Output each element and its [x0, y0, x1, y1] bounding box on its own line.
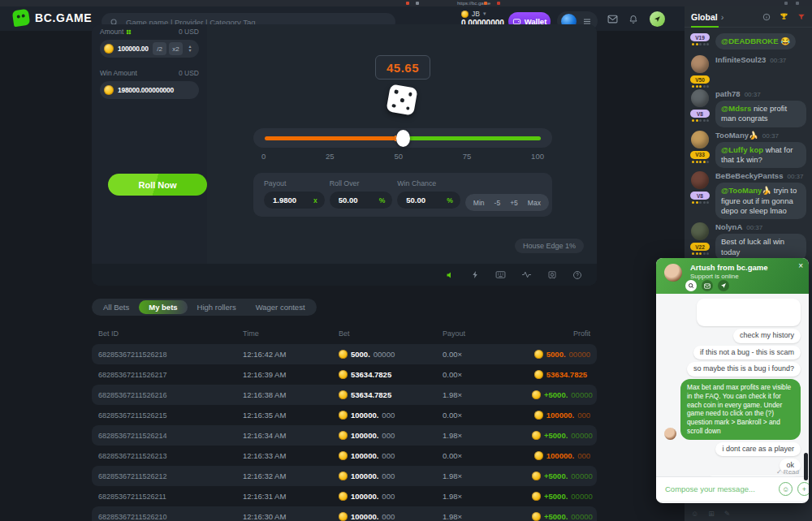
- mention[interactable]: @DEADBROKE: [721, 37, 779, 45]
- min-button[interactable]: Min: [469, 199, 490, 207]
- gif-icon[interactable]: ⊞: [708, 510, 715, 518]
- payout-input[interactable]: [271, 195, 310, 205]
- close-icon[interactable]: ×: [798, 261, 803, 270]
- amount-field[interactable]: /2 x2 ▴▾: [100, 40, 199, 58]
- table-row[interactable]: 68285367211526211 12:16:31 AM 100000.000…: [92, 486, 597, 506]
- bet-time: 12:16:42 AM: [243, 350, 339, 359]
- support-message: Max bet and max profits are visible in t…: [664, 379, 801, 440]
- username[interactable]: InfiniteSoul23: [715, 55, 766, 64]
- scrollbar-thumb[interactable]: [804, 453, 808, 480]
- help-icon[interactable]: [572, 270, 582, 280]
- max-button[interactable]: Max: [523, 199, 546, 207]
- pencil-icon[interactable]: ✎: [724, 510, 731, 518]
- info-icon[interactable]: [762, 13, 771, 21]
- table-row[interactable]: 68285367211526218 12:16:42 AM 5000.00000…: [92, 344, 597, 364]
- table-row[interactable]: 68285367211526215 12:16:35 AM 100000.000…: [92, 405, 597, 425]
- smiley-icon[interactable]: ☺: [779, 482, 793, 496]
- browser-icon[interactable]: [796, 2, 799, 5]
- chat-message: V19 @DEADBROKE 😂: [690, 32, 806, 52]
- win-chance-field[interactable]: %: [397, 192, 460, 209]
- table-row[interactable]: 68285367211526216 12:16:38 AM 53634.7825…: [92, 385, 597, 405]
- extension-icon[interactable]: [406, 2, 409, 5]
- extension-icon[interactable]: [497, 2, 500, 5]
- plus-5-button[interactable]: +5: [505, 199, 523, 207]
- avatar[interactable]: [691, 171, 709, 189]
- bet-id: 68285367211526212: [98, 472, 243, 480]
- extension-icon[interactable]: [416, 2, 419, 5]
- win-amount-input[interactable]: [116, 85, 195, 95]
- chevron-right-icon[interactable]: ›: [721, 12, 724, 22]
- trophy-icon[interactable]: [780, 12, 788, 21]
- tab-wager-contest[interactable]: Wager contest: [246, 300, 315, 314]
- username[interactable]: TooMany🍌: [715, 131, 758, 140]
- bet-payout: 1.98×: [443, 492, 532, 501]
- message-bubble: @DEADBROKE 😂: [715, 33, 796, 50]
- win-amount-field[interactable]: [100, 81, 199, 99]
- roll-over-input[interactable]: [337, 195, 376, 205]
- search-icon[interactable]: [685, 280, 697, 291]
- support-agent-avatar: [664, 264, 682, 282]
- mention[interactable]: @Luffy kop: [721, 145, 763, 154]
- table-row[interactable]: 68285367211526217 12:16:39 AM 53634.7825…: [92, 364, 597, 385]
- roll-now-button[interactable]: Roll Now: [108, 174, 207, 196]
- mail-icon[interactable]: [702, 280, 713, 291]
- browser-strip: https://bc.game: [0, 0, 812, 6]
- lightning-icon[interactable]: [471, 270, 480, 279]
- brand[interactable]: BC.GAME: [13, 10, 92, 26]
- table-row[interactable]: 68285367211526212 12:16:32 AM 100000.000…: [92, 466, 597, 486]
- mention[interactable]: @TooMany🍌: [721, 186, 771, 195]
- table-row[interactable]: 68285367211526210 12:16:30 AM 100000.000…: [92, 506, 597, 521]
- half-bet-button[interactable]: /2: [153, 42, 166, 55]
- tab-my-bets[interactable]: My bets: [139, 300, 187, 314]
- chat-channel[interactable]: Global: [691, 12, 718, 22]
- avatar[interactable]: [691, 222, 709, 240]
- col-bet: Bet: [339, 329, 443, 338]
- slider-track[interactable]: [265, 136, 541, 140]
- user-bubble: so what do we do with it?: [706, 476, 801, 476]
- amount-stepper[interactable]: ▴▾: [185, 45, 195, 53]
- compose-input[interactable]: [663, 484, 774, 494]
- extension-icon[interactable]: [484, 2, 487, 5]
- roll-slider[interactable]: [253, 128, 552, 148]
- plus-icon[interactable]: +: [797, 482, 809, 496]
- double-bet-button[interactable]: x2: [169, 42, 183, 55]
- volume-icon[interactable]: [446, 270, 456, 280]
- keyboard-icon[interactable]: [495, 270, 506, 279]
- bet-time: 12:16:38 AM: [243, 390, 339, 399]
- amount-usd: 0 USD: [179, 28, 199, 36]
- chat-send-icon[interactable]: [650, 11, 665, 27]
- payout-field[interactable]: x: [264, 192, 325, 209]
- table-row[interactable]: 68285367211526214 12:16:34 AM 100000.000…: [92, 425, 597, 446]
- slider-handle[interactable]: [396, 130, 410, 147]
- username[interactable]: NolynA: [715, 222, 742, 231]
- mail-icon[interactable]: [607, 15, 618, 24]
- coin-icon: [339, 512, 348, 521]
- support-actions: [685, 280, 729, 291]
- filter-icon[interactable]: [797, 13, 806, 21]
- browser-icon[interactable]: [784, 2, 788, 5]
- chat-message: V50 InfiniteSoul23 00:37: [690, 55, 806, 86]
- telegram-icon[interactable]: [718, 280, 729, 291]
- roll-over-field[interactable]: %: [330, 192, 393, 209]
- mention[interactable]: @Mdsrs: [721, 104, 751, 113]
- table-row[interactable]: 68285367211526213 12:16:33 AM 100000.000…: [92, 446, 597, 466]
- avatar[interactable]: [691, 89, 709, 107]
- trends-icon[interactable]: [521, 270, 532, 279]
- tab-all-bets[interactable]: All Bets: [93, 300, 139, 314]
- payout-suffix: x: [313, 196, 317, 205]
- avatar[interactable]: [691, 131, 709, 149]
- username[interactable]: path78: [715, 89, 741, 98]
- minus-5-button[interactable]: -5: [490, 199, 506, 207]
- username[interactable]: BeBeBeckyPantss: [715, 171, 783, 180]
- attachment-image[interactable]: [697, 299, 801, 326]
- amount-input[interactable]: [116, 44, 150, 54]
- user-bubble: i dont care as a player: [715, 442, 801, 457]
- smiley-icon[interactable]: ☺: [691, 510, 698, 518]
- avatar[interactable]: [691, 55, 709, 73]
- game-board: 45.65 0 25 50 75 100 Payout: [207, 24, 597, 264]
- vault-icon[interactable]: [547, 270, 557, 280]
- win-chance-input[interactable]: [404, 195, 443, 205]
- bell-icon[interactable]: [628, 15, 638, 24]
- tab-high-rollers[interactable]: High rollers: [188, 300, 246, 314]
- support-chat-widget: Artush from bc.game Support is online ×: [656, 258, 809, 503]
